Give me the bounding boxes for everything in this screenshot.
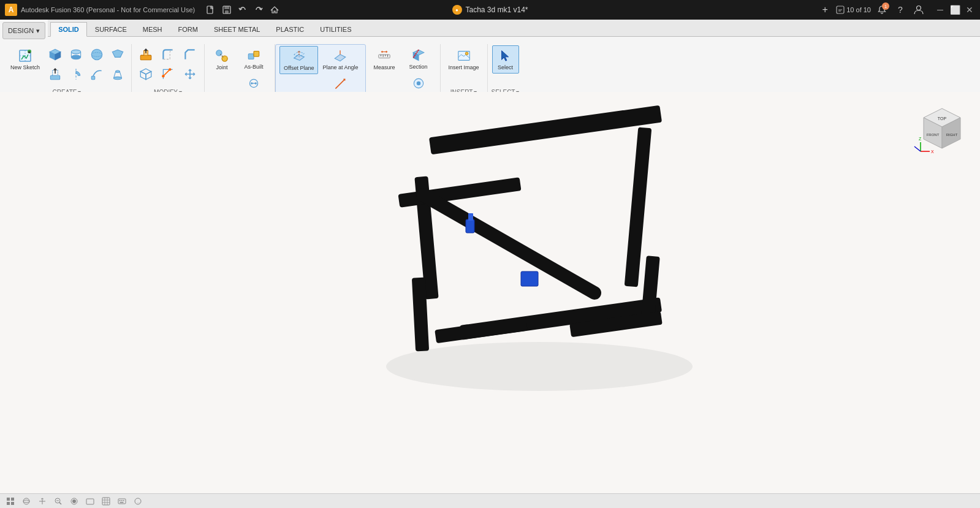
ribbon: DESIGN ▾ SOLID SURFACE MESH FORM SHEET M… bbox=[0, 20, 980, 97]
status-look-icon[interactable] bbox=[69, 496, 80, 507]
joint-button[interactable]: Joint bbox=[208, 45, 235, 74]
svg-point-21 bbox=[162, 75, 164, 77]
scale-button[interactable] bbox=[158, 65, 178, 83]
fillet-button[interactable] bbox=[158, 45, 178, 64]
shell-button[interactable] bbox=[135, 65, 156, 83]
plane-at-angle-button[interactable]: Plane at Angle bbox=[319, 46, 361, 73]
svg-point-23 bbox=[222, 56, 227, 61]
loft-button[interactable] bbox=[108, 65, 127, 83]
frame-bar-top bbox=[428, 105, 661, 154]
move-button[interactable] bbox=[180, 65, 200, 83]
plane-at-angle-label: Plane at Angle bbox=[322, 64, 358, 70]
status-pan-icon[interactable] bbox=[37, 496, 48, 507]
svg-point-20 bbox=[169, 68, 171, 70]
status-orbit-icon[interactable] bbox=[21, 496, 32, 507]
shape-row2 bbox=[45, 65, 127, 83]
titlebar: A Autodesk Fusion 360 (Personal - Not fo… bbox=[0, 0, 980, 20]
new-button[interactable] bbox=[203, 2, 218, 17]
y-axis-label: Z bbox=[919, 137, 922, 141]
svg-point-18 bbox=[116, 70, 120, 72]
svg-rect-2 bbox=[224, 6, 229, 9]
ribbon-tabs-row: DESIGN ▾ SOLID SURFACE MESH FORM SHEET M… bbox=[0, 20, 980, 42]
as-built-label: As-Built bbox=[245, 64, 264, 70]
revolve-button[interactable] bbox=[66, 65, 86, 83]
help-button[interactable]: ? bbox=[893, 2, 908, 17]
svg-rect-47 bbox=[11, 502, 14, 505]
svg-rect-65 bbox=[120, 502, 124, 503]
joint-label: Joint bbox=[216, 64, 228, 70]
measure-button[interactable]: Measure bbox=[370, 45, 400, 74]
status-grid-icon[interactable] bbox=[5, 496, 16, 507]
shape-buttons bbox=[45, 45, 127, 83]
ribbon-content: + New Sketch bbox=[0, 42, 980, 97]
redo-button[interactable] bbox=[251, 2, 266, 17]
viewport[interactable]: TOP FRONT RIGHT X Z bbox=[0, 92, 980, 493]
tab-surface[interactable]: SURFACE bbox=[87, 21, 135, 36]
model-area bbox=[0, 92, 980, 493]
add-tab-button[interactable]: + bbox=[818, 2, 832, 17]
blue-component-1 bbox=[521, 271, 538, 286]
maximize-button[interactable]: ⬜ bbox=[949, 4, 960, 15]
assemble-group: Joint As-Built bbox=[205, 44, 275, 97]
section-analysis-button[interactable]: Section bbox=[401, 45, 436, 72]
design-mode-button[interactable]: DESIGN ▾ bbox=[2, 22, 45, 39]
tab-mesh[interactable]: MESH bbox=[135, 21, 170, 36]
svg-rect-15 bbox=[50, 75, 59, 80]
construct-main-button[interactable]: Offset Plane bbox=[279, 46, 318, 74]
select-tool-button[interactable]: Select bbox=[492, 45, 519, 74]
notification-button[interactable]: 1 bbox=[875, 2, 889, 17]
new-sketch-button[interactable]: + New Sketch bbox=[6, 45, 44, 74]
box-button[interactable] bbox=[45, 45, 65, 64]
viewcube[interactable]: TOP FRONT RIGHT X Z bbox=[911, 99, 973, 161]
status-keyboard-icon[interactable] bbox=[116, 496, 127, 507]
save-button[interactable] bbox=[219, 2, 234, 17]
x-axis-label: X bbox=[931, 150, 934, 154]
svg-point-12 bbox=[71, 55, 80, 59]
z-axis-line bbox=[914, 146, 921, 151]
sphere-button[interactable] bbox=[87, 45, 107, 64]
tab-form[interactable]: FORM bbox=[170, 21, 206, 36]
construct-main-label: Offset Plane bbox=[284, 65, 314, 71]
undo-button[interactable] bbox=[235, 2, 250, 17]
tab-sheet-metal[interactable]: SHEET METAL bbox=[206, 21, 268, 36]
svg-text:...: ... bbox=[137, 499, 140, 503]
more-shapes-button[interactable] bbox=[108, 45, 127, 64]
minimize-button[interactable]: ─ bbox=[935, 4, 946, 15]
chamfer-button[interactable] bbox=[180, 45, 200, 64]
tab-utilities[interactable]: UTILITIES bbox=[312, 21, 359, 36]
status-display-icon[interactable] bbox=[85, 496, 96, 507]
svg-point-11 bbox=[71, 50, 80, 54]
status-extra-icon[interactable]: ... bbox=[132, 496, 143, 507]
account-button[interactable] bbox=[911, 2, 926, 17]
modify-row1 bbox=[135, 45, 200, 64]
insert-image-button[interactable]: Insert Image bbox=[444, 45, 484, 74]
press-pull-button[interactable] bbox=[135, 45, 156, 64]
status-zoom-icon[interactable] bbox=[53, 496, 64, 507]
home-button[interactable] bbox=[267, 2, 282, 17]
extrude-button[interactable] bbox=[45, 65, 65, 83]
cylinder-button[interactable] bbox=[66, 45, 86, 64]
viewcube-svg[interactable]: TOP FRONT RIGHT X Z bbox=[911, 99, 973, 161]
svg-point-17 bbox=[113, 77, 121, 79]
svg-rect-25 bbox=[248, 54, 254, 59]
design-mode-label: DESIGN bbox=[8, 27, 34, 34]
select-buttons: Select bbox=[492, 45, 519, 88]
as-built-joint-button[interactable]: As-Built bbox=[237, 45, 271, 72]
document-count: 10 of 10 bbox=[836, 6, 871, 14]
frame-diagonal bbox=[423, 195, 594, 293]
select-group: Select SELECT ▾ bbox=[488, 44, 523, 97]
close-button[interactable]: ✕ bbox=[964, 4, 975, 15]
svg-rect-3 bbox=[225, 10, 229, 13]
status-grid2-icon[interactable] bbox=[101, 496, 112, 507]
tab-plastic[interactable]: PLASTIC bbox=[268, 21, 312, 36]
file-title: Tacha 3d mk1 v14* bbox=[465, 6, 528, 14]
svg-rect-56 bbox=[102, 498, 110, 505]
inspect-group: Measure Section bbox=[366, 44, 441, 97]
quick-access-toolbar bbox=[203, 2, 282, 17]
ribbon-tabs: SOLID SURFACE MESH FORM SHEET METAL PLAS… bbox=[48, 20, 980, 37]
section-analysis-label: Section bbox=[409, 64, 428, 70]
svg-rect-33 bbox=[379, 55, 390, 58]
titlebar-center: ● Tacha 3d mk1 v14* bbox=[452, 5, 528, 15]
tab-solid[interactable]: SOLID bbox=[50, 22, 87, 37]
sweep-button[interactable] bbox=[87, 65, 107, 83]
